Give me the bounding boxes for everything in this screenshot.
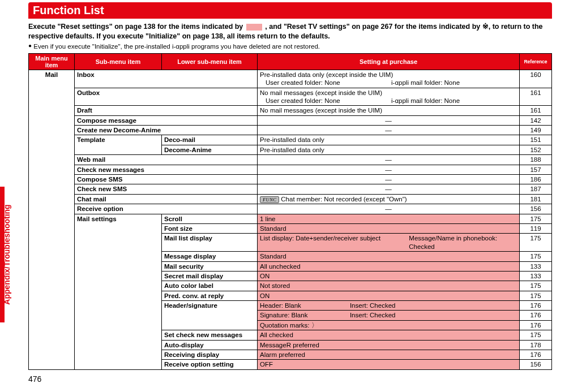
lower-item: Auto color label bbox=[162, 281, 258, 291]
ref-cell: 176 bbox=[520, 311, 552, 320]
ref-cell: 160 bbox=[520, 70, 552, 88]
ref-cell: 161 bbox=[520, 88, 552, 106]
table-row: Compose SMS — 186 bbox=[29, 174, 552, 184]
setting-text: Chat member: Not recorded (except "Own") bbox=[281, 196, 407, 203]
setting-cell: — bbox=[258, 115, 520, 125]
table-row: Web mail — 188 bbox=[29, 155, 552, 165]
sub-item: Check new SMS bbox=[75, 184, 258, 194]
lower-item: Message display bbox=[162, 252, 258, 261]
ref-cell: 186 bbox=[520, 174, 552, 184]
lower-item: Mail list display bbox=[162, 234, 258, 252]
ref-cell: 133 bbox=[520, 271, 552, 281]
setting-cell: FUNCChat member: Not recorded (except "O… bbox=[258, 194, 520, 204]
lower-item: Decome-Anime bbox=[162, 145, 258, 154]
ref-cell: 175 bbox=[520, 252, 552, 261]
sub-item: Compose SMS bbox=[75, 174, 258, 184]
lower-item: Set check new messages bbox=[162, 330, 258, 340]
setting-text: i-αppli mail folder: None bbox=[391, 79, 517, 87]
setting-cell: Not stored bbox=[258, 281, 520, 291]
setting-subline: User created folder: None i-αppli mail f… bbox=[260, 97, 517, 105]
ref-cell: 188 bbox=[520, 155, 552, 165]
setting-cell: OFF bbox=[258, 360, 520, 369]
setting-cell: Quotation marks: 〉 bbox=[258, 320, 520, 330]
ref-cell: 119 bbox=[520, 224, 552, 234]
ref-cell: 157 bbox=[520, 165, 552, 174]
setting-cell: All unchecked bbox=[258, 261, 520, 271]
ref-cell: 187 bbox=[520, 184, 552, 194]
setting-text: List display: Date+sender/receiver subje… bbox=[260, 234, 409, 251]
setting-cell: Alarm preferred bbox=[258, 350, 520, 359]
sub-item: Receive option bbox=[75, 204, 258, 214]
setting-cell: ON bbox=[258, 271, 520, 281]
table-row: Draft No mail messages (except inside th… bbox=[29, 106, 552, 115]
setting-cell: — bbox=[258, 184, 520, 194]
ref-cell: 156 bbox=[520, 204, 552, 214]
lower-item: Mail security bbox=[162, 261, 258, 271]
setting-text: Signature: Blank bbox=[260, 311, 350, 319]
setting-cell: Standard bbox=[258, 224, 520, 234]
bullet-icon: ● bbox=[28, 42, 32, 49]
lower-item: Secret mail display bbox=[162, 271, 258, 281]
ref-cell: 178 bbox=[520, 340, 552, 350]
ref-cell: 175 bbox=[520, 281, 552, 291]
ref-cell: 176 bbox=[520, 320, 552, 330]
setting-cell: Pre-installed data only bbox=[258, 145, 520, 154]
ref-cell: 149 bbox=[520, 126, 552, 135]
setting-cell: — bbox=[258, 126, 520, 135]
intro-paragraph: Execute "Reset settings" on page 138 for… bbox=[28, 22, 552, 41]
th-ref: Reference bbox=[520, 53, 552, 70]
setting-cell: 1 line bbox=[258, 214, 520, 223]
ref-cell: 152 bbox=[520, 145, 552, 154]
ref-cell: 133 bbox=[520, 261, 552, 271]
setting-text: No mail messages (except inside the UIM) bbox=[260, 89, 382, 96]
lower-item: Receive option setting bbox=[162, 360, 258, 369]
intro-text-1a: Execute "Reset settings" on page 138 for… bbox=[28, 23, 245, 31]
lower-item: Auto-display bbox=[162, 340, 258, 350]
table-row: Receive option — 156 bbox=[29, 204, 552, 214]
setting-cell: No mail messages (except inside the UIM)… bbox=[258, 88, 520, 106]
th-main: Main menu item bbox=[29, 53, 75, 70]
main-item: Mail bbox=[29, 70, 75, 369]
table-row: Mail Inbox Pre-installed data only (exce… bbox=[29, 70, 552, 88]
setting-cell: — bbox=[258, 155, 520, 165]
setting-text: User created folder: None bbox=[266, 79, 391, 87]
table-header-row: Main menu item Sub-menu item Lower sub-m… bbox=[29, 53, 552, 70]
page-number: 476 bbox=[28, 374, 41, 384]
setting-cell: Pre-installed data only (except inside t… bbox=[258, 70, 520, 88]
table-row: Template Deco-mail Pre-installed data on… bbox=[29, 135, 552, 145]
note-paragraph: ● Even if you execute "Initialize", the … bbox=[28, 42, 552, 50]
lower-item: Deco-mail bbox=[162, 135, 258, 145]
sub-item: Create new Decome-Anime bbox=[75, 126, 258, 135]
setting-cell: — bbox=[258, 165, 520, 174]
setting-cell: Signature: Blank Insert: Checked bbox=[258, 311, 520, 320]
setting-cell: All checked bbox=[258, 330, 520, 340]
setting-cell: Header: Blank Insert: Checked bbox=[258, 301, 520, 311]
lower-item: Receiving display bbox=[162, 350, 258, 359]
sub-item: Web mail bbox=[75, 155, 258, 165]
table-row: Check new messages — 157 bbox=[29, 165, 552, 174]
sub-item: Mail settings bbox=[75, 214, 162, 369]
lower-item: Pred. conv. at reply bbox=[162, 291, 258, 300]
reset-highlight-icon bbox=[246, 24, 262, 31]
th-sub: Sub-menu item bbox=[75, 53, 162, 70]
side-tab-label: Appendix/Troubleshooting bbox=[2, 204, 11, 304]
ref-cell: 156 bbox=[520, 360, 552, 369]
ref-cell: 161 bbox=[520, 106, 552, 115]
ref-cell: 175 bbox=[520, 214, 552, 223]
th-set: Setting at purchase bbox=[258, 53, 520, 70]
setting-cell: Pre-installed data only bbox=[258, 135, 520, 145]
setting-subline: User created folder: None i-αppli mail f… bbox=[260, 79, 517, 87]
tv-reset-mark-icon: ※ bbox=[482, 23, 489, 31]
table-row: Check new SMS — 187 bbox=[29, 184, 552, 194]
setting-cell: Standard bbox=[258, 252, 520, 261]
ref-cell: 176 bbox=[520, 350, 552, 359]
sub-item: Outbox bbox=[75, 88, 258, 106]
sub-item: Check new messages bbox=[75, 165, 258, 174]
table-row: Mail settings Scroll 1 line 175 bbox=[29, 214, 552, 223]
ref-cell: 175 bbox=[520, 330, 552, 340]
table-row: Outbox No mail messages (except inside t… bbox=[29, 88, 552, 106]
ref-cell: 181 bbox=[520, 194, 552, 204]
setting-cell: No mail messages (except inside the UIM) bbox=[258, 106, 520, 115]
lower-item: Font size bbox=[162, 224, 258, 234]
sub-item: Chat mail bbox=[75, 194, 258, 204]
